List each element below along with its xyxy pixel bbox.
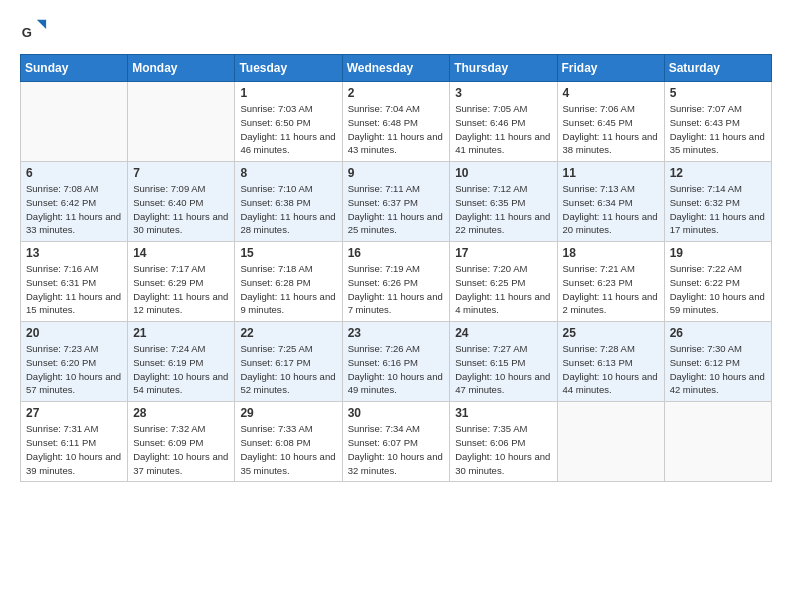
day-number: 9	[348, 166, 445, 180]
day-info: Sunrise: 7:07 AMSunset: 6:43 PMDaylight:…	[670, 103, 765, 155]
day-info: Sunrise: 7:34 AMSunset: 6:07 PMDaylight:…	[348, 423, 443, 475]
svg-text:G: G	[22, 25, 32, 40]
calendar-cell	[128, 82, 235, 162]
day-info: Sunrise: 7:13 AMSunset: 6:34 PMDaylight:…	[563, 183, 658, 235]
calendar-cell: 22 Sunrise: 7:25 AMSunset: 6:17 PMDaylig…	[235, 322, 342, 402]
page-header: G	[20, 16, 772, 44]
calendar-cell: 23 Sunrise: 7:26 AMSunset: 6:16 PMDaylig…	[342, 322, 450, 402]
calendar-week-row: 27 Sunrise: 7:31 AMSunset: 6:11 PMDaylig…	[21, 402, 772, 482]
calendar-cell: 31 Sunrise: 7:35 AMSunset: 6:06 PMDaylig…	[450, 402, 557, 482]
day-number: 3	[455, 86, 551, 100]
day-number: 18	[563, 246, 659, 260]
day-info: Sunrise: 7:06 AMSunset: 6:45 PMDaylight:…	[563, 103, 658, 155]
calendar-header-row: SundayMondayTuesdayWednesdayThursdayFrid…	[21, 55, 772, 82]
calendar-cell	[21, 82, 128, 162]
day-number: 30	[348, 406, 445, 420]
calendar-cell: 18 Sunrise: 7:21 AMSunset: 6:23 PMDaylig…	[557, 242, 664, 322]
calendar-cell: 1 Sunrise: 7:03 AMSunset: 6:50 PMDayligh…	[235, 82, 342, 162]
calendar-cell: 13 Sunrise: 7:16 AMSunset: 6:31 PMDaylig…	[21, 242, 128, 322]
day-info: Sunrise: 7:23 AMSunset: 6:20 PMDaylight:…	[26, 343, 121, 395]
day-number: 22	[240, 326, 336, 340]
day-info: Sunrise: 7:27 AMSunset: 6:15 PMDaylight:…	[455, 343, 550, 395]
day-info: Sunrise: 7:32 AMSunset: 6:09 PMDaylight:…	[133, 423, 228, 475]
calendar-cell	[557, 402, 664, 482]
day-info: Sunrise: 7:12 AMSunset: 6:35 PMDaylight:…	[455, 183, 550, 235]
weekday-header-friday: Friday	[557, 55, 664, 82]
day-number: 21	[133, 326, 229, 340]
calendar-cell: 11 Sunrise: 7:13 AMSunset: 6:34 PMDaylig…	[557, 162, 664, 242]
day-info: Sunrise: 7:20 AMSunset: 6:25 PMDaylight:…	[455, 263, 550, 315]
day-number: 7	[133, 166, 229, 180]
calendar-cell: 21 Sunrise: 7:24 AMSunset: 6:19 PMDaylig…	[128, 322, 235, 402]
day-number: 13	[26, 246, 122, 260]
day-info: Sunrise: 7:11 AMSunset: 6:37 PMDaylight:…	[348, 183, 443, 235]
day-info: Sunrise: 7:17 AMSunset: 6:29 PMDaylight:…	[133, 263, 228, 315]
calendar-cell: 10 Sunrise: 7:12 AMSunset: 6:35 PMDaylig…	[450, 162, 557, 242]
calendar-cell	[664, 402, 771, 482]
calendar-cell: 25 Sunrise: 7:28 AMSunset: 6:13 PMDaylig…	[557, 322, 664, 402]
calendar-week-row: 20 Sunrise: 7:23 AMSunset: 6:20 PMDaylig…	[21, 322, 772, 402]
day-info: Sunrise: 7:08 AMSunset: 6:42 PMDaylight:…	[26, 183, 121, 235]
calendar-cell: 12 Sunrise: 7:14 AMSunset: 6:32 PMDaylig…	[664, 162, 771, 242]
calendar-cell: 28 Sunrise: 7:32 AMSunset: 6:09 PMDaylig…	[128, 402, 235, 482]
day-info: Sunrise: 7:22 AMSunset: 6:22 PMDaylight:…	[670, 263, 765, 315]
day-number: 15	[240, 246, 336, 260]
calendar-body: 1 Sunrise: 7:03 AMSunset: 6:50 PMDayligh…	[21, 82, 772, 482]
day-info: Sunrise: 7:30 AMSunset: 6:12 PMDaylight:…	[670, 343, 765, 395]
calendar-cell: 2 Sunrise: 7:04 AMSunset: 6:48 PMDayligh…	[342, 82, 450, 162]
day-number: 10	[455, 166, 551, 180]
calendar-cell: 4 Sunrise: 7:06 AMSunset: 6:45 PMDayligh…	[557, 82, 664, 162]
day-number: 6	[26, 166, 122, 180]
day-number: 28	[133, 406, 229, 420]
day-info: Sunrise: 7:09 AMSunset: 6:40 PMDaylight:…	[133, 183, 228, 235]
calendar-week-row: 1 Sunrise: 7:03 AMSunset: 6:50 PMDayligh…	[21, 82, 772, 162]
day-number: 19	[670, 246, 766, 260]
weekday-header-tuesday: Tuesday	[235, 55, 342, 82]
calendar-cell: 30 Sunrise: 7:34 AMSunset: 6:07 PMDaylig…	[342, 402, 450, 482]
calendar-cell: 9 Sunrise: 7:11 AMSunset: 6:37 PMDayligh…	[342, 162, 450, 242]
day-number: 1	[240, 86, 336, 100]
logo-icon: G	[20, 16, 48, 44]
day-info: Sunrise: 7:28 AMSunset: 6:13 PMDaylight:…	[563, 343, 658, 395]
day-info: Sunrise: 7:24 AMSunset: 6:19 PMDaylight:…	[133, 343, 228, 395]
day-number: 27	[26, 406, 122, 420]
day-number: 17	[455, 246, 551, 260]
svg-marker-1	[37, 20, 46, 29]
calendar-cell: 27 Sunrise: 7:31 AMSunset: 6:11 PMDaylig…	[21, 402, 128, 482]
day-number: 29	[240, 406, 336, 420]
logo: G	[20, 16, 52, 44]
calendar-cell: 15 Sunrise: 7:18 AMSunset: 6:28 PMDaylig…	[235, 242, 342, 322]
day-info: Sunrise: 7:04 AMSunset: 6:48 PMDaylight:…	[348, 103, 443, 155]
day-info: Sunrise: 7:25 AMSunset: 6:17 PMDaylight:…	[240, 343, 335, 395]
day-number: 25	[563, 326, 659, 340]
calendar-week-row: 13 Sunrise: 7:16 AMSunset: 6:31 PMDaylig…	[21, 242, 772, 322]
day-number: 8	[240, 166, 336, 180]
calendar-cell: 26 Sunrise: 7:30 AMSunset: 6:12 PMDaylig…	[664, 322, 771, 402]
calendar-cell: 7 Sunrise: 7:09 AMSunset: 6:40 PMDayligh…	[128, 162, 235, 242]
day-number: 31	[455, 406, 551, 420]
calendar-table: SundayMondayTuesdayWednesdayThursdayFrid…	[20, 54, 772, 482]
day-info: Sunrise: 7:26 AMSunset: 6:16 PMDaylight:…	[348, 343, 443, 395]
weekday-header-saturday: Saturday	[664, 55, 771, 82]
calendar-cell: 3 Sunrise: 7:05 AMSunset: 6:46 PMDayligh…	[450, 82, 557, 162]
day-info: Sunrise: 7:03 AMSunset: 6:50 PMDaylight:…	[240, 103, 335, 155]
weekday-header-sunday: Sunday	[21, 55, 128, 82]
calendar-cell: 19 Sunrise: 7:22 AMSunset: 6:22 PMDaylig…	[664, 242, 771, 322]
calendar-cell: 29 Sunrise: 7:33 AMSunset: 6:08 PMDaylig…	[235, 402, 342, 482]
day-number: 12	[670, 166, 766, 180]
day-number: 4	[563, 86, 659, 100]
calendar-cell: 5 Sunrise: 7:07 AMSunset: 6:43 PMDayligh…	[664, 82, 771, 162]
day-info: Sunrise: 7:18 AMSunset: 6:28 PMDaylight:…	[240, 263, 335, 315]
calendar-cell: 14 Sunrise: 7:17 AMSunset: 6:29 PMDaylig…	[128, 242, 235, 322]
day-number: 14	[133, 246, 229, 260]
day-info: Sunrise: 7:05 AMSunset: 6:46 PMDaylight:…	[455, 103, 550, 155]
day-number: 11	[563, 166, 659, 180]
day-number: 5	[670, 86, 766, 100]
day-number: 23	[348, 326, 445, 340]
calendar-cell: 6 Sunrise: 7:08 AMSunset: 6:42 PMDayligh…	[21, 162, 128, 242]
day-number: 20	[26, 326, 122, 340]
day-info: Sunrise: 7:33 AMSunset: 6:08 PMDaylight:…	[240, 423, 335, 475]
calendar-cell: 24 Sunrise: 7:27 AMSunset: 6:15 PMDaylig…	[450, 322, 557, 402]
day-info: Sunrise: 7:19 AMSunset: 6:26 PMDaylight:…	[348, 263, 443, 315]
weekday-header-monday: Monday	[128, 55, 235, 82]
